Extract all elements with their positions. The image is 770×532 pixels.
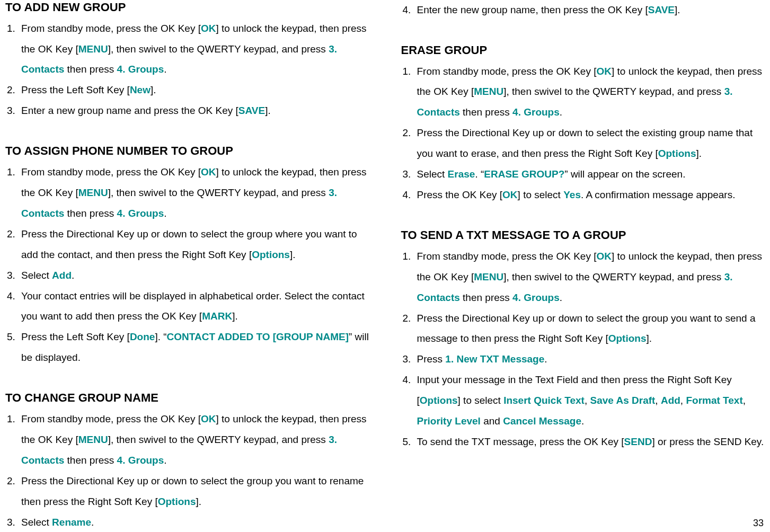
key-menu: MENU [78,187,108,198]
text: Enter a new group name and press the OK … [21,105,238,116]
key-ok: OK [201,413,216,424]
text: ], then swivel to the QWERTY keypad, and… [108,43,329,55]
option-format-text: Format Text [686,395,742,406]
list-item: From standby mode, press the OK Key [OK]… [18,19,369,81]
page-number: 33 [753,518,764,529]
list-item: Select Add. [18,265,369,286]
text: . [164,208,166,219]
key-save: SAVE [648,4,675,15]
key-options: Options [158,496,196,507]
key-mark: MARK [202,311,232,322]
text: . “ [475,169,484,180]
text: ], then swivel to the QWERTY keypad, and… [108,434,329,445]
list-change-group-name-cont: Enter the new group name, then press the… [401,0,765,21]
option-insert-quick-text: Insert Quick Text [503,395,585,406]
list-assign-phone-to-group: From standby mode, press the OK Key [OK]… [5,162,369,368]
text: Press the Left Soft Key [ [21,84,130,95]
option-priority-level: Priority Level [417,415,481,427]
key-menu: MENU [474,86,503,97]
key-ok: OK [596,251,612,262]
list-item: From standby mode, press the OK Key [OK]… [18,162,369,224]
list-item: From standby mode, press the OK Key [OK]… [414,61,765,123]
text: ]. [232,311,238,322]
heading-assign-phone-to-group: TO ASSIGN PHONE NUMBER TO GROUP [5,144,369,159]
action-yes: Yes [563,189,581,200]
text: ]. [290,249,296,260]
heading-send-txt-to-group: TO SEND A TXT MESSAGE TO A GROUP [401,228,765,243]
menu-groups: 4. Groups [117,208,164,219]
text: ]. [151,84,156,95]
action-erase: Erase [448,169,475,180]
text: Press the Directional Key up or down to … [21,228,357,260]
list-item: To send the TXT message, press the OK Ke… [414,432,765,453]
list-item: Press the Directional Key up or down to … [18,471,369,512]
option-add: Add [661,395,680,406]
text: ]. [265,105,271,116]
list-item: Enter a new group name and press the OK … [18,101,369,121]
text: . [560,292,562,303]
text: ]. [696,148,702,159]
list-item: Your contact entries will be displayed i… [18,286,369,327]
menu-groups: 4. Groups [117,455,164,466]
left-column: TO ADD NEW GROUP From standby mode, pres… [5,0,385,532]
text: then press [460,107,512,118]
text: then press [64,208,117,219]
text: Select [21,270,52,281]
key-options: Options [420,395,458,406]
list-item: Press the Directional Key up or down to … [414,308,765,350]
list-item: Press the Left Soft Key [New]. [18,80,369,101]
key-options: Options [658,148,696,159]
text: Select [21,517,52,528]
text: then press [460,292,512,303]
text: ], then swivel to the QWERTY keypad, and… [503,271,724,282]
key-new: New [130,84,151,95]
list-item: Select Erase. “ERASE GROUP?” will appear… [414,164,765,185]
text: , [585,395,590,406]
text: , [655,395,661,406]
list-item: From standby mode, press the OK Key [OK]… [18,409,369,471]
text: From standby mode, press the OK Key [ [417,251,597,262]
text: ” will appear on the screen. [564,169,685,180]
heading-erase-group: ERASE GROUP [401,43,765,58]
text: ], then swivel to the QWERTY keypad, and… [503,86,724,97]
list-item: Enter the new group name, then press the… [414,0,765,21]
text: Your contact entries will be displayed i… [21,290,365,322]
key-ok: OK [201,23,216,34]
text: ] to select [458,395,504,406]
text: Press [417,353,446,365]
text: Select [417,169,448,180]
list-change-group-name: From standby mode, press the OK Key [OK]… [5,409,369,532]
text: . [581,415,584,427]
key-menu: MENU [474,271,503,282]
text: ] or press the SEND Key. [652,436,764,447]
text: . [544,353,547,365]
action-add: Add [52,270,72,281]
key-ok: OK [201,166,216,178]
key-ok: OK [596,66,612,77]
list-item: Press the Directional Key up or down to … [414,123,765,164]
menu-new-txt-message: 1. New TXT Message [445,353,544,365]
key-save: SAVE [238,105,265,116]
heading-add-new-group: TO ADD NEW GROUP [5,0,369,15]
text: ]. “ [155,331,166,342]
heading-change-group-name: TO CHANGE GROUP NAME [5,391,369,406]
message-erase-group: ERASE GROUP? [484,169,564,180]
right-column: Enter the new group name, then press the… [385,0,765,532]
list-item: Input your message in the Text Field and… [414,370,765,432]
text: To send the TXT message, press the OK Ke… [417,436,624,447]
text: Press the OK Key [ [417,189,503,200]
manual-page: TO ADD NEW GROUP From standby mode, pres… [0,0,770,532]
text: and [481,415,503,427]
text: Press the Directional Key up or down to … [417,127,753,159]
text: ]. [646,333,652,344]
menu-groups: 4. Groups [117,64,164,75]
text: , [743,395,746,406]
menu-groups: 4. Groups [512,107,560,118]
option-cancel-message: Cancel Message [503,415,581,427]
list-item: Press the Directional Key up or down to … [18,224,369,265]
text: then press [64,64,117,75]
text: , [680,395,686,406]
text: Press the Directional Key up or down to … [417,313,756,344]
key-done: Done [130,331,155,342]
message-contact-added: CONTACT ADDED TO [GROUP NAME] [167,331,349,342]
